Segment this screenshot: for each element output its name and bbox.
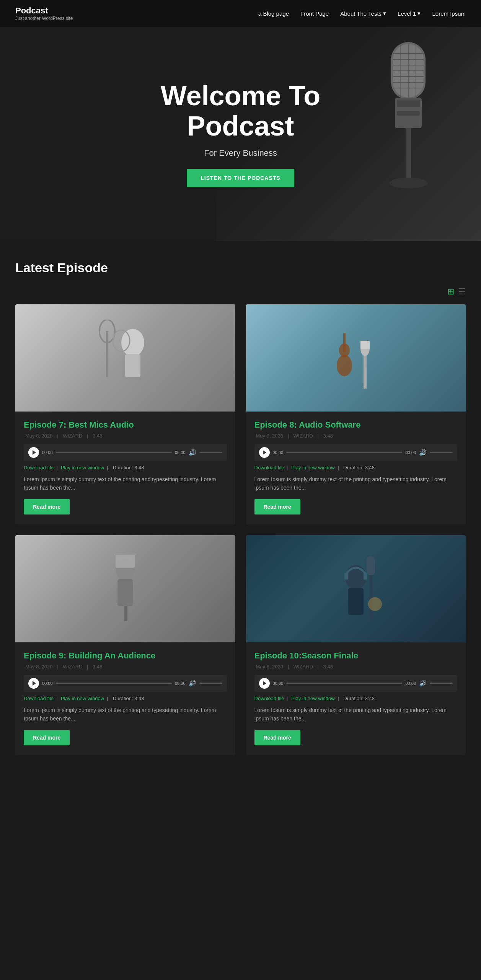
nav-front[interactable]: Front Page [300, 10, 329, 17]
grid-view-toggle[interactable]: ⊞ [447, 287, 454, 297]
volume-icon-8[interactable]: 🔊 [419, 449, 427, 456]
view-toggles: ⊞ ☰ [15, 287, 466, 297]
volume-track-8[interactable] [430, 452, 453, 453]
episode-meta-10: May 8, 2020 | WIZARD | 3:48 [254, 664, 458, 670]
audio-player-9[interactable]: 00:00 00:00 🔊 [24, 675, 227, 692]
episode-desc-8: Lorem Ipsum is simply dummy text of the … [254, 475, 458, 492]
episode-desc-10: Lorem Ipsum is simply dummy text of the … [254, 706, 458, 723]
svg-point-16 [389, 178, 427, 188]
read-more-8[interactable]: Read more [254, 499, 300, 514]
duration-label-8: Duration: 3:48 [343, 465, 375, 470]
audio-player-10[interactable]: 00:00 00:00 🔊 [254, 675, 458, 692]
svg-rect-38 [367, 556, 375, 575]
nav-blog[interactable]: a Blog page [258, 10, 289, 17]
download-link-7[interactable]: Download file [24, 465, 54, 470]
episode-image-8 [246, 304, 466, 412]
episode-body-7: Episode 7: Best Mics Audio May 8, 2020 |… [15, 412, 235, 524]
episode-links-8: Download file | Play in new window | Dur… [254, 465, 458, 470]
audio-player-8[interactable]: 00:00 00:00 🔊 [254, 444, 458, 461]
episode-body-9: Episode 9: Building An Audience May 8, 2… [15, 642, 235, 755]
episode-meta-8: May 8, 2020 | WIZARD | 3:48 [254, 433, 458, 439]
play-new-window-7[interactable]: Play in new window [61, 465, 104, 470]
hero-section: Welcome To Podcast For Every Business LI… [0, 27, 481, 241]
svg-rect-36 [364, 573, 367, 580]
episode-title-8: Episode 8: Audio Software [254, 420, 458, 430]
progress-track-7[interactable] [56, 452, 172, 453]
episode-title-9: Episode 9: Building An Audience [24, 651, 227, 661]
time-start-8: 00:00 [273, 450, 284, 455]
read-more-10[interactable]: Read more [254, 730, 300, 745]
volume-icon-7[interactable]: 🔊 [189, 449, 196, 456]
svg-rect-35 [344, 573, 348, 580]
episode-card-7: Episode 7: Best Mics Audio May 8, 2020 |… [15, 304, 235, 524]
volume-track-9[interactable] [199, 683, 222, 684]
volume-icon-10[interactable]: 🔊 [419, 679, 427, 687]
duration-label-7: Duration: 3:48 [113, 465, 144, 470]
svg-rect-19 [106, 331, 108, 377]
svg-rect-31 [114, 554, 136, 555]
episode-meta-9: May 8, 2020 | WIZARD | 3:48 [24, 664, 227, 670]
chevron-down-icon: ▾ [417, 10, 421, 17]
episode-meta-7: May 8, 2020 | WIZARD | 3:48 [24, 433, 227, 439]
play-new-window-10[interactable]: Play in new window [291, 696, 334, 701]
time-end-10: 00:00 [405, 681, 416, 686]
section-title: Latest Episode [15, 260, 466, 275]
episode-image-9 [15, 535, 235, 642]
episode-image-10 [246, 535, 466, 642]
svg-point-33 [345, 565, 367, 590]
time-end-8: 00:00 [405, 450, 416, 455]
site-brand: Podcast Just another WordPress site [15, 6, 73, 21]
episode-card-8: Episode 8: Audio Software May 8, 2020 | … [246, 304, 466, 524]
episodes-grid: Episode 7: Best Mics Audio May 8, 2020 |… [15, 304, 466, 755]
volume-track-7[interactable] [199, 452, 222, 453]
svg-rect-30 [116, 554, 135, 568]
episode-links-9: Download file | Play in new window | Dur… [24, 696, 227, 701]
svg-rect-27 [360, 341, 370, 349]
read-more-7[interactable]: Read more [24, 499, 70, 514]
svg-rect-34 [348, 588, 364, 615]
svg-rect-14 [397, 111, 420, 116]
play-button-9[interactable] [28, 678, 39, 689]
read-more-9[interactable]: Read more [24, 730, 70, 745]
svg-point-22 [337, 355, 352, 376]
navigation: Podcast Just another WordPress site a Bl… [0, 0, 481, 27]
episode-card-10: Episode 10:Season Finale May 8, 2020 | W… [246, 535, 466, 755]
play-new-window-9[interactable]: Play in new window [61, 696, 104, 701]
progress-track-8[interactable] [286, 452, 402, 453]
duration-label-9: Duration: 3:48 [113, 696, 144, 701]
play-button-8[interactable] [259, 447, 270, 458]
list-view-toggle[interactable]: ☰ [458, 287, 466, 297]
progress-track-9[interactable] [56, 683, 172, 684]
nav-lorem[interactable]: Lorem Ipsum [432, 10, 466, 17]
svg-rect-32 [124, 606, 127, 621]
volume-track-10[interactable] [430, 683, 453, 684]
play-new-window-8[interactable]: Play in new window [291, 465, 334, 470]
svg-rect-15 [406, 128, 411, 182]
site-subtitle: Just another WordPress site [15, 16, 73, 21]
hero-subtitle: For Every Business [107, 148, 375, 158]
download-link-10[interactable]: Download file [254, 696, 284, 701]
download-link-8[interactable]: Download file [254, 465, 284, 470]
episode-links-10: Download file | Play in new window | Dur… [254, 696, 458, 701]
time-end-7: 00:00 [175, 450, 186, 455]
listen-button[interactable]: LISTEN TO THE PODCASTS [187, 169, 294, 187]
play-button-10[interactable] [259, 678, 270, 689]
episode-desc-7: Lorem Ipsum is simply dummy text of the … [24, 475, 227, 492]
audio-player-7[interactable]: 00:00 00:00 🔊 [24, 444, 227, 461]
episode-card-9: Episode 9: Building An Audience May 8, 2… [15, 535, 235, 755]
play-button-7[interactable] [28, 447, 39, 458]
episode-title-10: Episode 10:Season Finale [254, 651, 458, 661]
volume-icon-9[interactable]: 🔊 [189, 679, 196, 687]
time-start-9: 00:00 [42, 681, 53, 686]
episode-body-10: Episode 10:Season Finale May 8, 2020 | W… [246, 642, 466, 755]
progress-track-10[interactable] [286, 683, 402, 684]
svg-rect-18 [125, 354, 140, 377]
episode-body-8: Episode 8: Audio Software May 8, 2020 | … [246, 412, 466, 524]
hero-content: Welcome To Podcast For Every Business LI… [107, 81, 375, 187]
download-link-9[interactable]: Download file [24, 696, 54, 701]
nav-about[interactable]: About The Tests ▾ [340, 10, 386, 17]
nav-level1[interactable]: Level 1 ▾ [398, 10, 421, 17]
svg-point-17 [121, 329, 144, 356]
main-content: Latest Episode ⊞ ☰ Episode 7: Best [0, 241, 481, 778]
time-start-7: 00:00 [42, 450, 53, 455]
